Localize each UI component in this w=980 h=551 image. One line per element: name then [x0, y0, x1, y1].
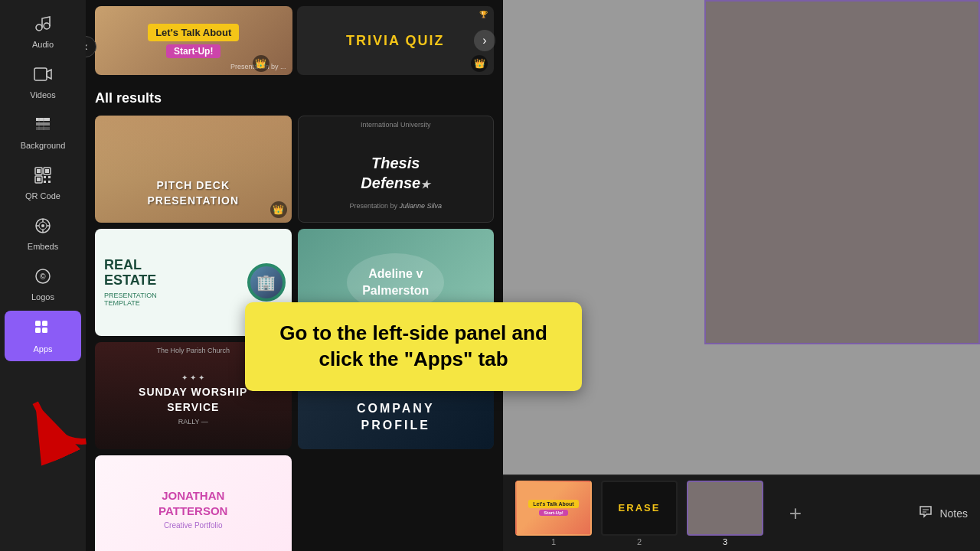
- thesis-card-title: ThesisDefense★: [361, 153, 430, 193]
- sidebar-item-logos-label: Logos: [31, 292, 54, 302]
- svg-rect-2: [34, 68, 47, 80]
- sidebar-item-audio-label: Audio: [32, 40, 54, 49]
- result-card-pitch[interactable]: PITCH DECKPRESENTATION 👑: [95, 116, 292, 223]
- svg-rect-6: [45, 169, 49, 173]
- realestate-subtitle: PRESENTATION TEMPLATE: [104, 292, 194, 307]
- notes-area[interactable]: Notes: [918, 504, 968, 523]
- crown-badge-pitch: 👑: [270, 201, 287, 218]
- notes-icon: [918, 504, 933, 523]
- svg-rect-21: [42, 328, 47, 333]
- qrcode-icon: [33, 165, 53, 188]
- embeds-icon: [33, 216, 53, 239]
- sidebar-item-audio[interactable]: Audio: [0, 6, 86, 57]
- background-icon: [33, 115, 53, 138]
- canvas-container: [503, 0, 980, 474]
- svg-rect-20: [35, 328, 41, 333]
- svg-rect-4: [37, 169, 41, 173]
- jonathan-card-title: JONATHANPATTERSON: [158, 488, 227, 518]
- adeline-card-title: Adeline vPalmerston: [362, 266, 429, 300]
- svg-rect-19: [42, 321, 47, 326]
- slide-number-1: 1: [551, 537, 556, 546]
- card-inner-pitch: PITCH DECKPRESENTATION: [95, 116, 292, 223]
- sidebar-item-logos[interactable]: © Logos: [0, 259, 86, 309]
- card-inner-thesis: International University ThesisDefense★ …: [299, 116, 494, 222]
- svg-point-1: [44, 23, 50, 29]
- svg-point-15: [41, 224, 44, 227]
- middle-panel: Let's Talk About Start-Up! Presentation …: [86, 0, 503, 551]
- sidebar-item-background-label: Background: [21, 141, 66, 150]
- notes-label: Notes: [939, 507, 968, 520]
- carousel-section: Let's Talk About Start-Up! Presentation …: [86, 0, 503, 81]
- svg-text:©: ©: [40, 272, 46, 281]
- result-card-jonathan[interactable]: JONATHANPATTERSON Creative Portfolio: [95, 455, 292, 551]
- slide-thumbnail-1[interactable]: Let's Talk About Start-Up!: [515, 481, 592, 536]
- crown-badge-2: 👑: [471, 55, 488, 72]
- tooltip-overlay: Go to the left-side panel and click the …: [245, 302, 582, 391]
- sidebar-item-apps-label: Apps: [33, 344, 52, 354]
- svg-rect-9: [44, 176, 46, 178]
- slide-number-3: 3: [723, 537, 727, 546]
- company-card-title: COMPANYPROFILE: [357, 400, 435, 435]
- sidebar-item-embeds[interactable]: Embeds: [0, 208, 86, 259]
- slide-thumb-wrapper-3: 3: [687, 481, 763, 546]
- audio-icon: [33, 14, 53, 37]
- pitch-card-title: PITCH DECKPRESENTATION: [147, 178, 239, 208]
- svg-rect-12: [48, 181, 51, 183]
- svg-point-0: [36, 24, 42, 31]
- carousel-next-button[interactable]: ›: [474, 30, 495, 51]
- svg-rect-11: [44, 181, 46, 183]
- sidebar-item-apps[interactable]: Apps: [5, 311, 81, 361]
- logos-icon: ©: [33, 266, 53, 289]
- carousel-card-1[interactable]: Let's Talk About Start-Up! Presentation …: [95, 6, 292, 75]
- sidebar-item-videos[interactable]: Videos: [0, 57, 86, 107]
- thumb-erase-content: ERASE: [603, 482, 676, 534]
- add-slide-button[interactable]: +: [773, 486, 818, 541]
- sidebar-item-qrcode[interactable]: QR Code: [0, 158, 86, 208]
- jonathan-subtitle: Creative Portfolio: [164, 521, 223, 530]
- main-area: Let's Talk About Start-Up! 1 ERASE 2 3 +: [503, 0, 980, 551]
- result-card-thesis[interactable]: International University ThesisDefense★ …: [298, 116, 495, 223]
- carousel-card-2[interactable]: TRIVIA QUIZ 🏆 👑: [297, 6, 495, 75]
- slide-number-2: 2: [637, 537, 642, 546]
- sidebar-item-videos-label: Videos: [30, 90, 55, 99]
- slide-thumbnail-3[interactable]: [687, 481, 763, 536]
- slide-thumbnail-2[interactable]: ERASE: [601, 481, 678, 536]
- slide-thumb-wrapper-1: Let's Talk About Start-Up! 1: [515, 481, 592, 546]
- sidebar-item-embeds-label: Embeds: [28, 242, 58, 251]
- tooltip-text: Go to the left-side panel and click the …: [266, 321, 560, 373]
- videos-icon: [33, 64, 53, 87]
- sidebar-item-background[interactable]: Background: [0, 107, 86, 158]
- panel-content: Let's Talk About Start-Up! Presentation …: [86, 0, 503, 551]
- add-slide-icon: +: [789, 501, 802, 526]
- canvas-slide: [704, 0, 980, 344]
- svg-rect-8: [37, 178, 41, 181]
- crown-badge-1: 👑: [253, 55, 270, 72]
- card-inner-jonathan: JONATHANPATTERSON Creative Portfolio: [95, 455, 292, 551]
- thesis-university-label: International University: [299, 121, 494, 129]
- sidebar-item-qrcode-label: QR Code: [25, 191, 60, 201]
- slide-thumb-wrapper-2: ERASE 2: [601, 481, 678, 546]
- realestate-card-title: REALESTATE: [104, 258, 194, 289]
- svg-rect-10: [48, 176, 51, 178]
- sidebar: Audio Videos Background: [0, 0, 86, 551]
- bottom-panel: Let's Talk About Start-Up! 1 ERASE 2 3 +: [503, 474, 980, 551]
- all-results-title: All results: [95, 90, 494, 106]
- apps-icon: [33, 318, 53, 341]
- worship-card-title: SUNDAY WORSHIPSERVICE: [139, 385, 247, 415]
- svg-rect-18: [35, 321, 41, 326]
